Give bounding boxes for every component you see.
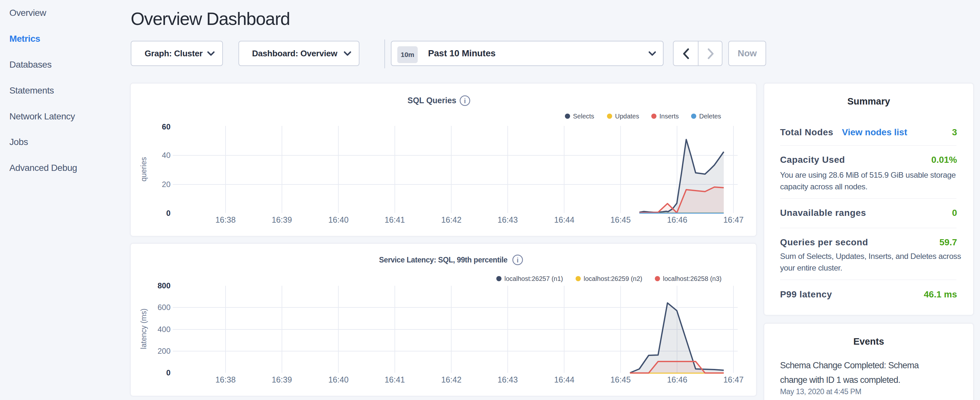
svg-text:16:39: 16:39: [272, 215, 292, 224]
svg-text:60: 60: [162, 122, 170, 131]
svg-text:40: 40: [162, 151, 170, 159]
svg-text:SQL Queries: SQL Queries: [408, 96, 457, 105]
svg-text:localhost:26258 (n3): localhost:26258 (n3): [663, 275, 721, 282]
svg-text:16:46: 16:46: [667, 215, 687, 224]
svg-text:800: 800: [158, 281, 170, 290]
svg-text:16:43: 16:43: [498, 215, 518, 224]
svg-text:16:44: 16:44: [554, 375, 574, 384]
svg-text:16:40: 16:40: [328, 215, 349, 224]
svg-text:16:43: 16:43: [498, 375, 518, 384]
svg-text:Selects: Selects: [573, 113, 594, 120]
svg-text:queries: queries: [140, 157, 148, 181]
svg-text:16:44: 16:44: [554, 215, 574, 224]
svg-text:16:42: 16:42: [441, 375, 462, 384]
svg-text:16:38: 16:38: [215, 375, 236, 384]
svg-text:16:41: 16:41: [385, 215, 405, 224]
svg-text:0: 0: [166, 209, 170, 217]
svg-text:16:47: 16:47: [724, 375, 744, 384]
svg-text:16:42: 16:42: [441, 215, 462, 224]
svg-text:i: i: [517, 256, 519, 264]
svg-text:400: 400: [158, 325, 170, 334]
svg-text:Inserts: Inserts: [659, 113, 679, 120]
svg-text:Service Latency: SQL, 99th per: Service Latency: SQL, 99th percentile: [379, 256, 508, 264]
svg-text:0: 0: [166, 368, 170, 377]
svg-text:16:46: 16:46: [667, 375, 687, 384]
svg-text:Deletes: Deletes: [699, 113, 721, 120]
svg-text:localhost:26259 (n2): localhost:26259 (n2): [584, 275, 642, 282]
svg-text:16:39: 16:39: [272, 375, 292, 384]
svg-text:16:45: 16:45: [611, 375, 631, 384]
svg-text:latency (ms): latency (ms): [140, 308, 148, 349]
svg-text:16:40: 16:40: [328, 375, 349, 384]
svg-text:16:45: 16:45: [611, 215, 631, 224]
svg-text:i: i: [464, 97, 466, 105]
svg-text:16:38: 16:38: [215, 215, 236, 224]
svg-text:200: 200: [158, 347, 170, 355]
svg-text:localhost:26257 (n1): localhost:26257 (n1): [504, 275, 563, 282]
svg-text:20: 20: [162, 180, 170, 189]
svg-text:600: 600: [158, 303, 170, 312]
svg-text:16:41: 16:41: [385, 375, 405, 384]
svg-text:16:47: 16:47: [724, 215, 744, 224]
svg-text:Updates: Updates: [615, 113, 639, 120]
